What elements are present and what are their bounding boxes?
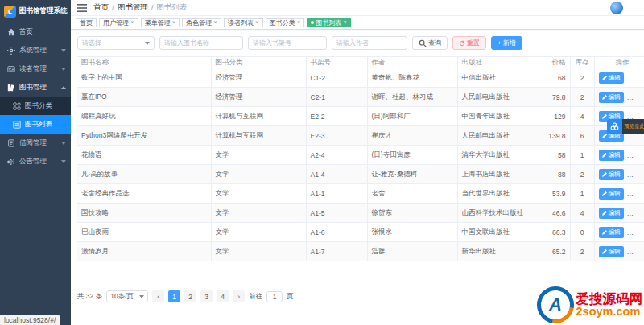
cell-publisher: 中国青年出版社 — [457, 107, 535, 126]
app-window: L 图书馆管理系统 首页 系统管理 读者管理 图书管理 图书分类 — [0, 0, 644, 325]
watermark-logo-letter: A — [549, 294, 562, 315]
edit-button[interactable]: 编辑 — [599, 72, 624, 84]
sidebar-item-announcement[interactable]: 公告管理 — [0, 152, 71, 171]
tab-reader-list[interactable]: 读者列表× — [224, 18, 263, 27]
cell-author: 徐贺东 — [367, 204, 457, 223]
table-row: 老舍经典作品选文学A1-1老舍当代世界出版社53.91 编辑删除 — [77, 184, 644, 204]
edit-button[interactable]: 编辑 — [599, 188, 624, 200]
cell-author: 黄奇帆、陈春花 — [367, 68, 457, 88]
borrow-icon — [7, 139, 15, 147]
edit-button[interactable]: 编辑 — [599, 227, 624, 238]
tab-role-mgmt[interactable]: 角色管理× — [182, 18, 221, 27]
add-button[interactable]: + 新增 — [491, 36, 522, 50]
cell-name: Python3网络爬虫开发 — [77, 126, 211, 146]
cell-stock: 4 — [570, 107, 594, 126]
close-icon[interactable]: × — [255, 19, 259, 26]
sidebar-item-book[interactable]: 图书管理 — [0, 78, 71, 97]
page-button-1[interactable]: 1 — [168, 290, 180, 302]
active-dot — [311, 21, 314, 24]
cell-price: 139.8 — [535, 126, 570, 146]
app-logo[interactable]: L 图书馆管理系统 — [0, 0, 71, 23]
cell-publisher: 新华出版社 — [457, 242, 535, 261]
content: 请选择 查询 重置 + 新增 — [71, 30, 644, 302]
book-name-input[interactable] — [159, 36, 243, 50]
pencil-icon — [602, 134, 607, 138]
sidebar-item-reader[interactable]: 读者管理 — [0, 60, 71, 78]
pencil-icon — [602, 114, 607, 119]
category-select[interactable]: 请选择 — [77, 36, 155, 50]
page-size-select[interactable]: 10条/页 — [106, 290, 148, 302]
prev-page-button[interactable]: ‹ — [152, 290, 164, 302]
tags-bar: 首页 用户管理× 菜单管理× 角色管理× 读者列表× 图书分类× 图书列表× — [71, 16, 644, 30]
shelf-number-input[interactable] — [248, 36, 327, 50]
page-size-value: 10条/页 — [110, 292, 134, 302]
col-header-stock: 库存 — [570, 57, 594, 68]
tab-home[interactable]: 首页 — [76, 18, 97, 27]
cell-name: 数字上的中国 — [77, 68, 211, 88]
cell-stock: 1 — [570, 184, 594, 204]
edit-button[interactable]: 编辑 — [599, 208, 624, 219]
avatar[interactable] — [610, 2, 623, 14]
next-page-button[interactable]: › — [233, 290, 245, 302]
page-button-3[interactable]: 3 — [200, 290, 213, 302]
floating-badge-text: 预览堂此上线 — [622, 119, 644, 134]
close-icon[interactable]: × — [213, 19, 217, 26]
reset-button[interactable]: 重置 — [452, 36, 486, 50]
sidebar: L 图书馆管理系统 首页 系统管理 读者管理 图书管理 图书分类 — [0, 0, 71, 325]
cell-category: 文学 — [211, 146, 306, 165]
page-button-2[interactable]: 2 — [184, 290, 196, 302]
delete-button-label: 删除 — [637, 228, 644, 237]
pencil-icon — [602, 191, 607, 196]
close-icon[interactable]: × — [172, 19, 176, 26]
goto-page-input[interactable] — [266, 291, 283, 302]
cell-author: 浩群 — [367, 242, 457, 261]
sidebar-item-book-category[interactable]: 图书分类 — [0, 97, 71, 115]
cell-name: 编程真好玩 — [77, 107, 211, 126]
sidebar-item-borrow[interactable]: 借阅管理 — [0, 134, 71, 152]
floating-promo-badge[interactable]: 预览堂此上线 — [607, 119, 644, 134]
sidebar-item-label: 读者管理 — [19, 64, 57, 74]
edit-button-label: 编辑 — [609, 248, 621, 256]
hamburger-icon[interactable] — [77, 4, 87, 12]
pencil-icon — [602, 230, 607, 235]
browser-status-bar: localhost:9528/#/ — [0, 315, 60, 325]
edit-button[interactable]: 编辑 — [599, 169, 624, 180]
tab-user-mgmt[interactable]: 用户管理× — [99, 18, 138, 27]
delete-button-label: 删除 — [637, 209, 644, 217]
close-icon[interactable]: × — [130, 19, 134, 26]
author-input[interactable] — [332, 36, 407, 50]
cell-category: 文学 — [211, 242, 306, 261]
breadcrumb-book-mgmt[interactable]: 图书管理 — [118, 2, 148, 13]
sidebar-item-home[interactable]: 首页 — [0, 23, 71, 41]
breadcrumb-separator: / — [112, 3, 114, 12]
sidebar-item-book-list[interactable]: 图书列表 — [0, 115, 71, 134]
delete-button-label: 删除 — [637, 93, 644, 101]
table-row: 编程真好玩计算机与互联网E2-2(日)阿部和广中国青年出版社1294 编辑删除 — [77, 107, 644, 126]
clover-icon — [607, 119, 622, 134]
search-button[interactable]: 查询 — [412, 36, 448, 50]
cell-price: 46.6 — [535, 204, 570, 223]
cell-category: 计算机与互联网 — [211, 107, 306, 126]
cell-author: 崔庆才 — [367, 126, 457, 146]
cell-shelf: A1-1 — [306, 184, 367, 204]
close-icon[interactable]: × — [343, 19, 347, 26]
cell-name: 赢在IPO — [77, 88, 211, 107]
navbar: 首页 / 图书管理 / 图书列表 — [71, 0, 644, 16]
page-button-4[interactable]: 4 — [217, 290, 229, 302]
cell-shelf: C2-1 — [306, 88, 367, 107]
cell-price: 65.2 — [535, 242, 570, 261]
edit-button[interactable]: 编辑 — [599, 92, 624, 103]
table-row: Python3网络爬虫开发计算机与互联网E2-3崔庆才人民邮电出版社139.86… — [77, 126, 644, 146]
edit-button[interactable]: 编辑 — [599, 150, 624, 161]
cell-price: 58 — [535, 146, 570, 165]
edit-button[interactable]: 编辑 — [599, 246, 624, 257]
tab-book-list[interactable]: 图书列表× — [307, 18, 351, 27]
sidebar-item-system[interactable]: 系统管理 — [0, 41, 71, 60]
close-icon[interactable]: × — [297, 19, 301, 26]
breadcrumb-home[interactable]: 首页 — [93, 2, 109, 13]
tab-book-category[interactable]: 图书分类× — [266, 18, 305, 27]
tab-menu-mgmt[interactable]: 菜单管理× — [141, 18, 180, 27]
pencil-icon — [602, 95, 607, 100]
cell-shelf: A1-4 — [306, 165, 367, 184]
goto-label: 前往 — [249, 292, 262, 302]
